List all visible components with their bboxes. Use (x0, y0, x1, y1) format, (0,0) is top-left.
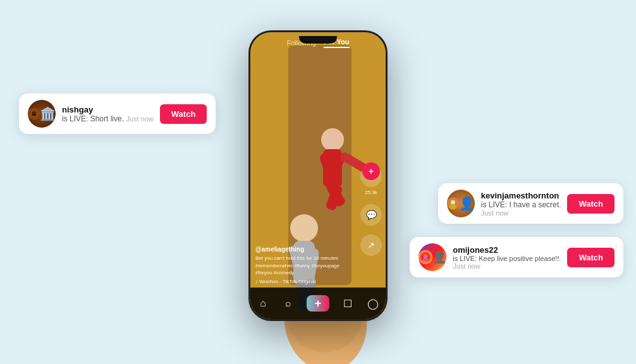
notification-card-3: omijones22 is LIVE: Keep live positive p… (410, 237, 623, 277)
phone-device: Following For You ♥ 25.3k 💬 ↗ + @ameliag… (248, 30, 388, 321)
share-button[interactable]: ↗ (360, 234, 382, 256)
likes-count: 25.3k (365, 190, 377, 195)
svg-point-27 (449, 204, 456, 210)
notif-3-text: omijones22 is LIVE: Keep live positive p… (453, 245, 561, 270)
notif-2-text: kevinjamesthornton is LIVE: I have a sec… (481, 191, 561, 217)
watch-button-3[interactable]: Watch (567, 248, 615, 267)
notification-card-1: 🏛 nishgay is LIVE: Short live. Just now … (19, 94, 216, 134)
phone-notch (299, 36, 337, 44)
video-caption: Bet you can't hold this for 10 minutes #… (255, 255, 354, 276)
video-music: ♪ Woohoo - TikTok Original (255, 279, 354, 284)
home-icon[interactable]: ⌂ (256, 296, 270, 310)
svg-point-16 (321, 128, 344, 151)
phone-bottom-bar: ⌂ ⌕ + ☐ ◯ (250, 288, 386, 319)
video-username: @ameliagething (255, 246, 354, 253)
caption-area: @ameliagething Bet you can't hold this f… (255, 246, 354, 284)
svg-point-26 (451, 200, 455, 205)
phone-screen: Following For You ♥ 25.3k 💬 ↗ + @ameliag… (250, 32, 386, 319)
svg-point-29 (424, 254, 428, 258)
avatar-kevin (447, 190, 475, 217)
notif-2-username: kevinjamesthornton (481, 191, 561, 200)
comment-button[interactable]: 💬 (360, 204, 382, 226)
profile-icon[interactable]: ◯ (366, 296, 380, 310)
svg-point-30 (422, 258, 429, 263)
create-button[interactable]: + (307, 295, 329, 312)
notification-card-2: kevinjamesthornton is LIVE: I have a sec… (438, 183, 623, 224)
avatar-nishgay: 🏛 (28, 100, 56, 128)
svg-text:🏛: 🏛 (32, 111, 37, 117)
notif-2-status: is LIVE: I have a secret. Just now (481, 200, 561, 217)
notif-3-username: omijones22 (453, 245, 561, 255)
avatar-omi (419, 243, 446, 271)
svg-point-10 (290, 214, 318, 242)
inbox-icon[interactable]: ☐ (341, 296, 355, 310)
search-icon[interactable]: ⌕ (281, 296, 295, 310)
follow-button[interactable]: + (362, 162, 380, 180)
notif-1-username: nishgay (62, 105, 154, 114)
watch-button-2[interactable]: Watch (567, 194, 615, 214)
notif-3-status: is LIVE: Keep live positive please!!. Ju… (453, 255, 561, 270)
notif-1-status: is LIVE: Short live. Just now (62, 114, 154, 123)
phone-area: Following For You ♥ 25.3k 💬 ↗ + @ameliag… (217, 18, 419, 346)
watch-button-1[interactable]: Watch (160, 104, 207, 124)
notif-1-text: nishgay is LIVE: Short live. Just now (62, 105, 154, 123)
scene: Following For You ♥ 25.3k 💬 ↗ + @ameliag… (0, 0, 636, 364)
